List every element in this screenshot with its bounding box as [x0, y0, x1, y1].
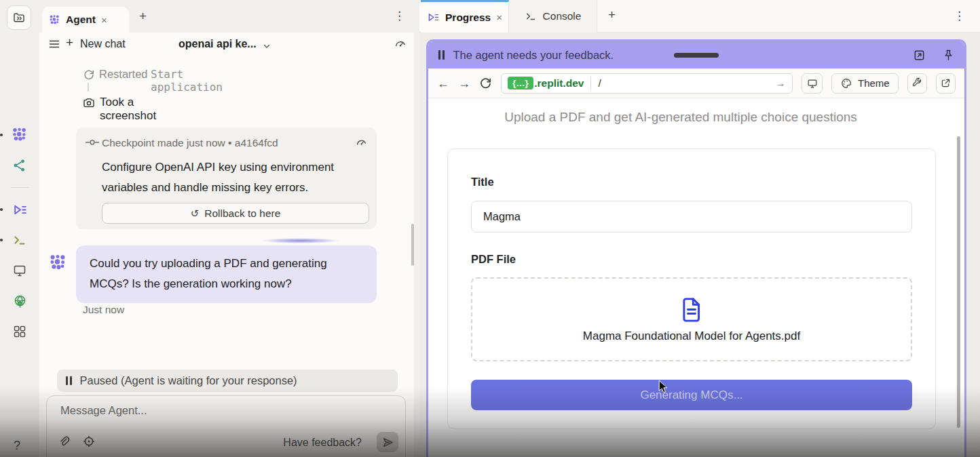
usage-gauge-icon[interactable] — [355, 136, 368, 148]
browser-toolbar: ← → {...} .replit.dev / → — [428, 68, 964, 98]
folder-collapse-icon — [12, 11, 26, 24]
message-input[interactable] — [60, 404, 386, 417]
monitor-icon — [12, 263, 27, 278]
new-tab-button[interactable]: + — [139, 9, 147, 24]
title-input[interactable] — [471, 201, 912, 233]
progress-icon — [12, 202, 28, 218]
agent-chat-body: + New chat openai api ke... Res — [39, 33, 414, 457]
kebab-menu-icon[interactable]: ⋮ — [394, 9, 405, 23]
scroll-artifact — [261, 238, 339, 243]
pause-icon — [66, 376, 72, 385]
tab-progress[interactable]: Progress × — [421, 0, 509, 33]
preview-panel: Progress × Console + ⋮ The agent needs y… — [419, 0, 980, 457]
grid-apps-icon — [12, 324, 27, 339]
close-tab-icon[interactable]: × — [496, 12, 502, 22]
attachment-icon[interactable] — [57, 435, 71, 448]
chat-list-icon[interactable] — [48, 37, 61, 51]
message-timestamp: Just now — [83, 304, 124, 316]
tab-agent[interactable]: Agent × — [42, 7, 129, 33]
checkpoint-description: Configure OpenAI API key using environme… — [102, 157, 363, 198]
chat-title-dropdown[interactable]: openai api ke... — [178, 38, 257, 50]
document-icon — [679, 296, 704, 323]
chat-header: + New chat openai api ke... — [39, 33, 414, 57]
refresh-icon[interactable] — [479, 77, 492, 90]
theme-button[interactable]: Theme — [831, 73, 899, 94]
agent-panel: Agent × + ⋮ + New chat openai api ke... — [39, 0, 414, 457]
rollback-button[interactable]: ↺ Rollback to here — [102, 203, 369, 224]
rail-item-deploy[interactable] — [10, 291, 30, 311]
chevron-down-icon[interactable] — [262, 41, 271, 51]
agent-tab-icon — [49, 14, 60, 26]
usage-gauge-icon[interactable] — [394, 37, 407, 50]
feedback-banner: The agent needs your feedback. — [428, 41, 964, 68]
timeline-connector — [88, 83, 89, 92]
popout-window-icon[interactable] — [913, 49, 926, 62]
rollback-label: Rollback to here — [204, 207, 280, 220]
back-icon[interactable]: ← — [437, 77, 449, 90]
paused-label: Paused (Agent is waiting for your respon… — [80, 374, 297, 387]
rail-item-workflows[interactable] — [10, 155, 30, 176]
progress-tab-icon — [427, 11, 440, 24]
tab-console-label: Console — [543, 10, 582, 22]
url-host-badge: {...} — [508, 77, 533, 90]
palette-icon — [840, 77, 852, 90]
pdf-field-label: PDF File — [471, 253, 516, 266]
device-preview-button[interactable] — [802, 73, 823, 94]
forward-icon[interactable]: → — [458, 77, 470, 90]
shell-icon — [12, 233, 27, 247]
panel-scrollbar[interactable] — [411, 224, 414, 266]
agent-message: Could you try uploading a PDF and genera… — [76, 245, 377, 303]
title-field-label: Title — [471, 176, 494, 188]
unread-dot — [0, 208, 3, 211]
pin-icon[interactable] — [943, 49, 954, 62]
right-tabstrip: Progress × Console + ⋮ — [419, 0, 980, 33]
url-bar[interactable]: {...} .replit.dev / → — [501, 73, 793, 94]
camera-icon — [82, 96, 96, 110]
rail-item-agent[interactable] — [10, 125, 30, 145]
close-tab-icon[interactable]: × — [101, 15, 107, 25]
pdf-dropzone[interactable]: Magma Foundational Model for Agents.pdf — [471, 277, 912, 361]
unread-dot — [0, 134, 3, 136]
devtools-button[interactable] — [907, 73, 927, 94]
rail-item-shell[interactable] — [10, 230, 30, 250]
navigate-arrow-icon[interactable]: → — [775, 77, 786, 90]
tab-agent-label: Agent — [66, 14, 96, 26]
help-button[interactable]: ? — [14, 439, 20, 453]
unread-dot — [0, 239, 3, 241]
open-external-button[interactable] — [936, 73, 956, 94]
new-chat-button[interactable]: New chat — [80, 38, 126, 50]
rail-item-output[interactable] — [10, 260, 30, 281]
rail-item-progress[interactable] — [10, 199, 30, 220]
send-button[interactable] — [377, 432, 398, 452]
new-tab-button[interactable]: + — [608, 7, 616, 22]
workflow-graph-icon — [12, 158, 27, 173]
webview-container: The agent needs your feedback. — [426, 39, 966, 457]
banner-drag-handle[interactable] — [674, 53, 719, 58]
restart-icon — [83, 68, 95, 81]
url-separator — [590, 77, 591, 90]
rail-divider — [11, 187, 29, 188]
preview-scrollbar[interactable] — [957, 136, 960, 428]
message-composer[interactable]: Have feedback? — [46, 395, 406, 457]
checkpoint-settings-icon[interactable] — [82, 435, 96, 448]
commit-icon — [85, 138, 100, 147]
publish-globe-icon — [12, 294, 28, 309]
app-preview: Upload a PDF and get AI-generated multip… — [428, 98, 964, 457]
pause-icon — [438, 50, 445, 60]
rail-item-apps[interactable] — [10, 321, 30, 342]
generate-mcqs-button[interactable]: Generating MCQs... — [471, 380, 912, 410]
url-domain: .replit.dev — [534, 77, 584, 90]
feedback-link[interactable]: Have feedback? — [283, 437, 362, 449]
paused-status-bar: Paused (Agent is waiting for your respon… — [57, 370, 398, 392]
screenshot-label: Took a screenshot — [100, 96, 156, 123]
checkpoint-header: Checkpoint made just now • a4164fcd — [102, 137, 278, 149]
workspace-rail: ? — [0, 0, 39, 457]
agent-icon — [12, 127, 28, 143]
sidebar-toggle-button[interactable] — [7, 5, 31, 30]
checkpoint-card: Checkpoint made just now • a4164fcd Conf… — [76, 127, 377, 229]
undo-icon: ↺ — [191, 207, 200, 220]
new-chat-plus-icon[interactable]: + — [66, 35, 73, 50]
kebab-menu-icon[interactable]: ⋮ — [954, 9, 965, 23]
agent-avatar — [49, 254, 67, 272]
tab-console[interactable]: Console — [509, 0, 597, 33]
